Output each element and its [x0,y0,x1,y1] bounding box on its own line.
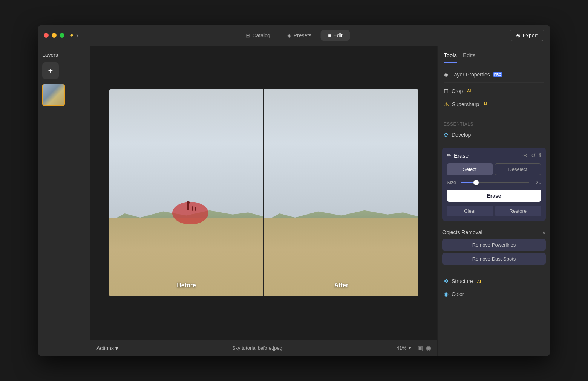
titlebar: ✦ ▾ ⊟ Catalog ◈ Presets ≡ Edit ⊕ Export [38,25,550,46]
tab-edits[interactable]: Edits [463,52,475,63]
erase-icon: ✏ [447,152,452,159]
export-label: Export [523,32,538,38]
catalog-icon: ⊟ [245,32,250,38]
split-view-icon[interactable]: ▣ [417,344,423,352]
erase-panel: ✏ Erase 👁 ↺ ℹ Select Deselect Size [442,148,546,221]
separator-3 [438,143,550,143]
image-container: Before After [90,46,437,340]
sky-after [264,89,418,224]
add-icon: + [48,66,53,76]
crop-label: Crop [452,88,463,94]
actions-button[interactable]: Actions ▾ [96,345,118,351]
zoom-control[interactable]: 41% ▾ [397,345,411,351]
fullscreen-button[interactable] [60,33,64,38]
remove-dust-button[interactable]: Remove Dust Spots [442,253,546,265]
restore-button[interactable]: Restore [495,206,542,216]
svg-point-0 [172,202,208,224]
erase-header: ✏ Erase 👁 ↺ ℹ [447,152,541,159]
structure-label: Structure [452,278,473,284]
deselect-button[interactable]: Deselect [495,163,542,175]
clear-button[interactable]: Clear [447,206,493,216]
minimize-button[interactable] [52,33,57,38]
canvas-area: Before After [90,46,437,356]
select-row: Select Deselect [447,163,541,175]
tab-catalog[interactable]: ⊟ Catalog [238,30,278,41]
develop-label: Develop [452,132,471,138]
add-layer-button[interactable]: + [42,62,59,79]
separator-2 [438,117,550,117]
zoom-chevron-icon: ▾ [409,345,411,351]
layer-properties-item[interactable]: ◈ Layer Properties PRO [444,68,544,81]
structure-item[interactable]: ❖ Structure AI [438,275,550,288]
essentials-label: Essentials [438,119,550,128]
remove-powerlines-button[interactable]: Remove Powerlines [442,239,546,251]
layer-properties-label: Layer Properties [451,72,490,78]
size-slider-thumb[interactable] [473,180,479,185]
actions-label: Actions [96,345,114,351]
before-panel: Before [109,89,263,296]
structure-badge: AI [476,279,482,284]
objects-chevron-icon: ∧ [542,230,546,235]
layer-thumb-image [43,84,64,105]
svg-rect-1 [187,204,189,210]
crop-item[interactable]: ⊡ Crop AI [444,84,544,98]
eye-toggle-icon[interactable]: 👁 [522,152,528,159]
app-window: ✦ ▾ ⊟ Catalog ◈ Presets ≡ Edit ⊕ Export … [38,25,550,356]
tool-items-section: ◈ Layer Properties PRO ⊡ Crop AI ⚠ Super… [438,63,550,115]
size-row: Size 20 [447,180,541,185]
select-button[interactable]: Select [447,163,493,175]
size-slider[interactable] [461,182,529,183]
undo-icon[interactable]: ↺ [531,152,536,159]
close-button[interactable] [44,33,49,38]
separator-1 [444,82,544,83]
app-logo: ✦ ▾ [69,31,78,40]
traffic-lights [44,33,64,38]
tab-tools[interactable]: Tools [444,52,457,63]
crop-badge: AI [466,88,472,93]
edit-label: Edit [333,32,342,38]
export-button[interactable]: ⊕ Export [510,30,544,41]
presets-label: Presets [294,32,311,38]
catalog-label: Catalog [252,32,270,38]
objects-removal-header[interactable]: Objects Removal ∧ [442,226,546,239]
svg-rect-4 [195,207,196,211]
left-sidebar: Layers + [38,46,90,356]
size-label: Size [447,180,458,185]
supersharp-badge: AI [482,102,488,107]
tab-presets[interactable]: ◈ Presets [280,30,319,41]
tab-edit[interactable]: ≡ Edit [320,30,350,41]
layer-thumbnail[interactable] [42,84,65,106]
svg-point-2 [187,201,190,204]
color-item[interactable]: ◉ Color [438,288,550,300]
edit-icon: ≡ [328,32,331,38]
develop-icon: ✿ [444,131,449,138]
clear-restore-row: Clear Restore [447,206,541,216]
right-panel: Tools Edits ◈ Layer Properties PRO ⊡ Cro… [437,46,550,356]
crop-icon: ⊡ [444,87,449,94]
svg-rect-3 [192,206,193,211]
logo-chevron-icon: ▾ [76,33,78,38]
bottom-bar: Actions ▾ Sky tutorial before.jpeg 41% ▾… [90,340,437,356]
selection-blob [172,194,209,224]
actions-chevron-icon: ▾ [115,345,118,351]
split-view: Before After [109,89,418,296]
view-icons: ▣ ◉ [417,344,431,352]
eye-icon[interactable]: ◉ [426,344,431,352]
info-icon[interactable]: ℹ [539,152,541,159]
layers-label: Layers [42,52,86,58]
before-scene [109,89,263,296]
after-panel: After [264,89,418,296]
objects-removal-section: Objects Removal ∧ Remove Powerlines Remo… [438,224,550,271]
edits-tab-label: Edits [463,52,475,58]
supersharp-item[interactable]: ⚠ Supersharp AI [444,98,544,111]
erase-title-label: Erase [454,152,469,159]
tools-tab-label: Tools [444,52,457,58]
develop-item[interactable]: ✿ Develop [438,128,550,141]
after-scene [264,89,418,296]
structure-icon: ❖ [444,278,449,285]
separator-4 [438,273,550,273]
after-label: After [334,282,348,289]
presets-icon: ◈ [287,32,291,38]
erase-button[interactable]: Erase [447,190,541,202]
objects-removal-title: Objects Removal [442,229,482,235]
